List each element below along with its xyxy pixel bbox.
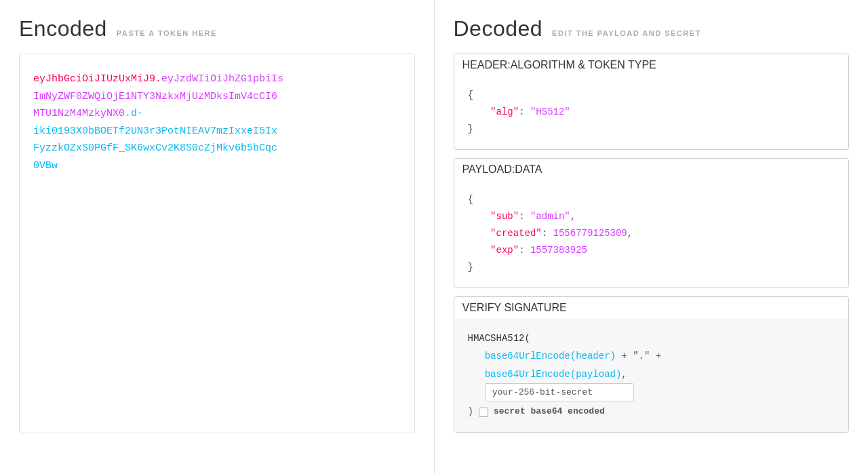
header-section-subtitle: ALGORITHM & TOKEN TYPE [511, 59, 656, 71]
payload-exp-value: 1557383925 [530, 245, 587, 256]
verify-label-tag: VERIFY SIGNATURE [462, 302, 567, 314]
decoded-panel: Decoded EDIT THE PAYLOAD AND SECRET HEAD… [435, 0, 869, 474]
base64-label: secret base64 encoded [494, 403, 605, 420]
verify-section-body: HMACSHA512( base64UrlEncode(header) + ".… [454, 319, 849, 432]
decoded-subtitle: EDIT THE PAYLOAD AND SECRET [552, 29, 701, 37]
payload-sub-comma: , [570, 211, 576, 222]
payload-section-subtitle: DATA [515, 163, 542, 176]
header-section-header: HEADER: ALGORITHM & TOKEN TYPE [454, 54, 849, 76]
payload-sub-colon: : [519, 211, 530, 222]
decoded-title-bar: Decoded EDIT THE PAYLOAD AND SECRET [454, 16, 850, 41]
verify-fn-name: HMACSHA512( [468, 333, 530, 344]
base64-row: ) secret base64 encoded [468, 403, 835, 421]
token-part1: eyJhbGciOiJIUzUxMiJ9 [33, 73, 155, 85]
encoded-title-bar: Encoded PASTE A TOKEN HERE [19, 16, 415, 41]
payload-sub-key: "sub" [490, 211, 519, 222]
encoded-title: Encoded [19, 16, 107, 41]
header-label-tag: HEADER: [462, 59, 511, 71]
verify-payload-comma: , [621, 369, 627, 380]
verify-close-paren: ) [468, 403, 473, 421]
payload-created-comma: , [627, 228, 633, 239]
header-section-body[interactable]: { "alg": "HS512" } [454, 76, 849, 149]
encoded-panel: Encoded PASTE A TOKEN HERE eyJhbGciOiJIU… [0, 0, 435, 474]
secret-input[interactable] [485, 383, 634, 401]
payload-sub-value: "admin" [530, 211, 570, 222]
payload-section: PAYLOAD: DATA { "sub": "admin", "created… [454, 158, 850, 288]
header-alg-value: "HS512" [530, 106, 570, 117]
payload-created-key: "created" [490, 228, 542, 239]
payload-created-value: 1556779125309 [553, 228, 627, 239]
payload-created-colon: : [542, 228, 553, 239]
encoded-token-box[interactable]: eyJhbGciOiJIUzUxMiJ9.eyJzdWIiOiJhZG1pbiI… [19, 54, 415, 433]
payload-exp-key: "exp" [490, 245, 519, 256]
payload-label-tag: PAYLOAD: [462, 163, 515, 176]
token-dot1: . [155, 73, 161, 85]
payload-section-body[interactable]: { "sub": "admin", "created": 15567791253… [454, 180, 849, 288]
verify-section: VERIFY SIGNATURE HMACSHA512( base64UrlEn… [454, 296, 850, 433]
header-open-brace: { [468, 90, 473, 100]
verify-section-header: VERIFY SIGNATURE [454, 297, 849, 319]
header-alg-key: "alg" [490, 106, 519, 117]
payload-close-brace: } [468, 262, 473, 273]
verify-plus-dot: + "." + [616, 351, 661, 361]
decoded-title: Decoded [454, 16, 543, 41]
verify-base64-header: base64UrlEncode(header) [485, 351, 616, 361]
header-section: HEADER: ALGORITHM & TOKEN TYPE { "alg": … [454, 54, 850, 150]
header-close-brace: } [468, 123, 473, 134]
base64-checkbox[interactable] [479, 408, 488, 417]
token-dot2: . [125, 108, 131, 119]
payload-open-brace: { [468, 194, 473, 205]
encoded-subtitle: PASTE A TOKEN HERE [117, 29, 217, 37]
verify-base64-payload: base64UrlEncode(payload) [485, 369, 622, 380]
payload-exp-colon: : [519, 245, 530, 256]
header-colon: : [519, 106, 530, 117]
payload-section-header: PAYLOAD: DATA [454, 159, 849, 180]
